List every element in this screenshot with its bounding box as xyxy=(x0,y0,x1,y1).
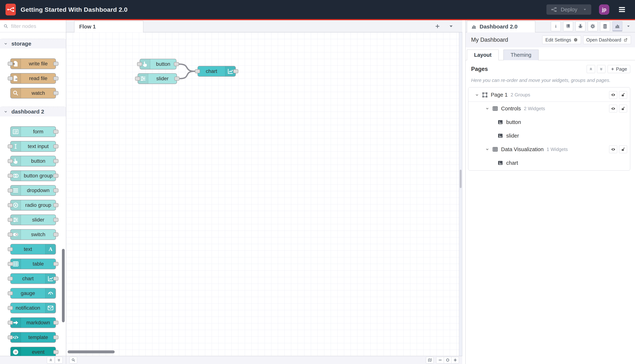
output-port[interactable] xyxy=(53,174,59,178)
zoom-in-button[interactable] xyxy=(451,357,459,364)
input-port[interactable] xyxy=(8,62,13,66)
input-port[interactable] xyxy=(8,203,13,207)
flow-node-button[interactable]: button xyxy=(140,59,176,70)
palette-category-dashboard-2[interactable]: dashboard 2 xyxy=(0,107,66,116)
palette-node-switch[interactable]: switch xyxy=(10,229,56,240)
tree-row-data-visualization[interactable]: Data Visualization1 Widgets xyxy=(468,142,630,156)
palette-node-radio-group[interactable]: radio group xyxy=(10,200,56,210)
output-port[interactable] xyxy=(53,144,59,148)
collapse-all-pages-button[interactable] xyxy=(587,65,595,73)
zoom-reset-button[interactable] xyxy=(444,357,451,364)
output-port[interactable] xyxy=(53,262,59,266)
output-port[interactable] xyxy=(53,159,59,163)
palette-node-form[interactable]: form xyxy=(10,126,56,137)
context-tab-button[interactable] xyxy=(600,21,610,31)
output-port[interactable] xyxy=(53,130,59,134)
input-port[interactable] xyxy=(8,306,13,310)
chevron-down-icon[interactable] xyxy=(475,93,479,97)
visibility-button[interactable] xyxy=(609,91,617,99)
deploy-caret-icon[interactable] xyxy=(583,8,587,12)
wire[interactable] xyxy=(180,71,195,78)
output-port[interactable] xyxy=(53,91,59,95)
palette-node-dropdown[interactable]: dropdown xyxy=(10,185,56,196)
expand-all-pages-button[interactable] xyxy=(597,65,605,73)
user-avatar[interactable]: jp xyxy=(599,4,609,15)
output-port[interactable] xyxy=(174,76,180,80)
input-port[interactable] xyxy=(8,159,13,163)
output-port[interactable] xyxy=(53,203,59,207)
tree-row-button[interactable]: button xyxy=(468,115,630,129)
main-menu-icon[interactable] xyxy=(617,6,627,14)
input-port[interactable] xyxy=(195,69,200,73)
input-port[interactable] xyxy=(8,291,13,295)
tree-row-chart[interactable]: chart xyxy=(468,156,630,170)
tab-theming[interactable]: Theming xyxy=(503,50,538,60)
output-port[interactable] xyxy=(53,276,59,280)
palette-node-text[interactable]: textA xyxy=(10,244,56,254)
deploy-button[interactable]: Deploy xyxy=(546,4,591,15)
add-page-button[interactable]: Page xyxy=(608,65,630,73)
input-port[interactable] xyxy=(135,76,140,80)
flow-list-caret-icon[interactable] xyxy=(448,24,454,29)
palette-category-storage[interactable]: storage xyxy=(0,39,66,48)
palette-node-slider[interactable]: slider xyxy=(10,214,56,225)
palette-node-button-group[interactable]: button group xyxy=(10,170,56,181)
output-port[interactable] xyxy=(53,218,59,222)
tree-row-page-1[interactable]: Page 12 Groups xyxy=(468,88,630,102)
palette-node-text-input[interactable]: text input xyxy=(10,141,56,152)
input-port[interactable] xyxy=(8,232,13,236)
chevron-down-icon[interactable] xyxy=(485,147,489,151)
palette-node-notification[interactable]: notification xyxy=(10,303,56,313)
panel-splitter[interactable] xyxy=(462,20,465,364)
config-nodes-tab-button[interactable] xyxy=(588,21,598,31)
visibility-button[interactable] xyxy=(609,105,617,112)
palette-node-template[interactable]: template xyxy=(10,332,56,343)
output-port[interactable] xyxy=(53,62,59,66)
input-port[interactable] xyxy=(8,335,13,340)
flow-node-chart[interactable]: chart xyxy=(198,66,236,76)
output-port[interactable] xyxy=(53,76,59,80)
output-port[interactable] xyxy=(53,350,59,354)
tree-row-controls[interactable]: Controls2 Widgets xyxy=(468,102,630,115)
palette-node-gauge[interactable]: gauge xyxy=(10,288,56,298)
output-port[interactable] xyxy=(53,232,59,236)
input-port[interactable] xyxy=(8,144,13,148)
lock-button[interactable] xyxy=(619,146,627,153)
output-port[interactable] xyxy=(174,62,179,66)
output-port[interactable] xyxy=(53,321,59,325)
input-port[interactable] xyxy=(8,188,13,192)
dashboard-tab-button[interactable] xyxy=(612,21,622,31)
palette-scrollbar[interactable] xyxy=(62,249,65,322)
info-tab-button[interactable]: i xyxy=(551,21,561,31)
lock-button[interactable] xyxy=(619,105,627,112)
input-port[interactable] xyxy=(8,276,13,280)
zoom-out-button[interactable] xyxy=(436,357,444,364)
tab-layout[interactable]: Layout xyxy=(467,50,499,60)
palette-node-chart[interactable]: chart xyxy=(10,273,56,284)
palette-node-markdown[interactable]: markdown xyxy=(10,317,56,328)
minimap-button[interactable] xyxy=(426,357,434,364)
output-port[interactable] xyxy=(53,335,59,340)
canvas-search-button[interactable] xyxy=(70,357,77,364)
debug-tab-button[interactable] xyxy=(575,21,585,31)
input-port[interactable] xyxy=(137,62,142,66)
input-port[interactable] xyxy=(8,218,13,222)
sidebar-tabs-caret-button[interactable] xyxy=(625,21,632,31)
palette-node-event[interactable]: event xyxy=(10,347,56,356)
flow-canvas[interactable]: buttonsliderchart xyxy=(66,32,459,356)
palette-node-watch[interactable]: watch xyxy=(10,88,56,98)
flow-tab[interactable]: Flow 1 xyxy=(74,21,143,32)
input-port[interactable] xyxy=(8,262,13,266)
add-flow-icon[interactable] xyxy=(435,24,440,29)
input-port[interactable] xyxy=(8,76,13,80)
sidebar-tab-dashboard[interactable]: Dashboard 2.0 xyxy=(467,21,535,32)
palette-filter-input[interactable] xyxy=(11,23,63,29)
open-dashboard-button[interactable]: Open Dashboard xyxy=(583,36,631,44)
input-port[interactable] xyxy=(8,321,13,325)
canvas-vertical-scrollbar[interactable] xyxy=(460,170,461,188)
input-port[interactable] xyxy=(8,247,13,251)
flow-node-slider[interactable]: slider xyxy=(138,73,177,84)
chevron-down-icon[interactable] xyxy=(485,106,489,110)
palette-collapse-all-button[interactable] xyxy=(47,357,55,364)
palette-node-table[interactable]: table xyxy=(10,258,56,269)
